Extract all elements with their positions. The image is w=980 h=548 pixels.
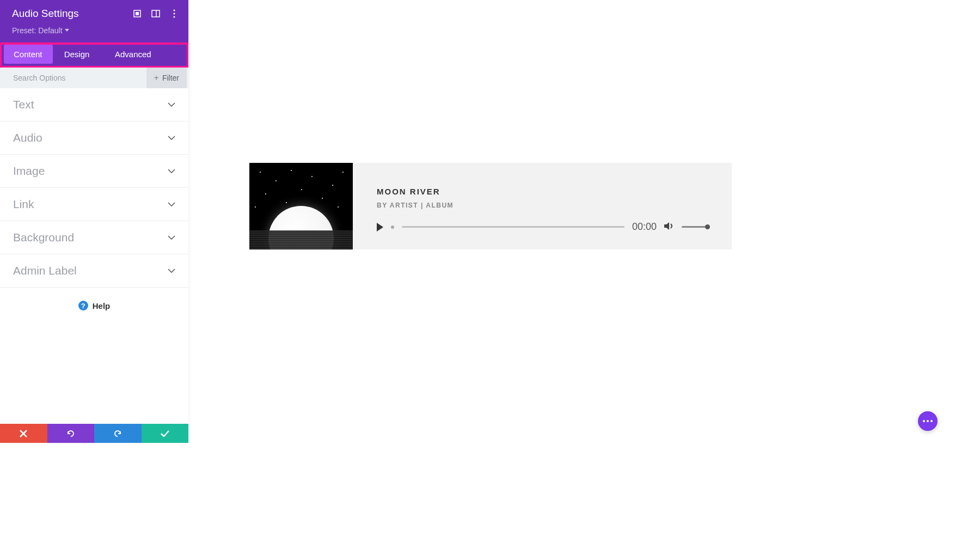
- section-image[interactable]: Image: [0, 155, 188, 188]
- tab-content[interactable]: Content: [4, 45, 53, 64]
- track-info: MOON RIVER BY ARTIST | ALBUM 00:00: [353, 163, 732, 249]
- play-button[interactable]: [377, 223, 383, 232]
- volume-knob[interactable]: [705, 224, 710, 229]
- cancel-button[interactable]: [0, 424, 47, 443]
- preset-label: Preset: Default: [12, 26, 63, 35]
- sidebar-header: Audio Settings: [0, 0, 188, 26]
- svg-point-4: [174, 10, 175, 11]
- footer-actions: [0, 424, 188, 443]
- check-icon: [161, 430, 169, 437]
- progress-bar[interactable]: [402, 226, 624, 228]
- svg-rect-1: [136, 12, 139, 15]
- responsive-icon[interactable]: [133, 9, 142, 18]
- dots-icon: [923, 420, 933, 422]
- save-button[interactable]: [142, 424, 189, 443]
- section-admin-label[interactable]: Admin Label: [0, 254, 188, 288]
- track-title: MOON RIVER: [377, 187, 708, 196]
- plus-icon: +: [154, 73, 159, 83]
- help-label: Help: [93, 301, 111, 310]
- section-audio[interactable]: Audio: [0, 121, 188, 155]
- section-background[interactable]: Background: [0, 221, 188, 254]
- help-icon: ?: [78, 301, 88, 310]
- undo-button[interactable]: [47, 424, 95, 443]
- preset-selector[interactable]: Preset: Default: [0, 26, 188, 42]
- chevron-down-icon: [168, 267, 175, 275]
- chevron-down-icon: [168, 200, 175, 208]
- redo-icon: [113, 429, 122, 438]
- section-label: Text: [13, 98, 34, 111]
- album-art: [249, 163, 353, 249]
- chevron-down-icon: [168, 101, 175, 108]
- volume-icon[interactable]: [664, 222, 674, 233]
- track-meta: BY ARTIST | ALBUM: [377, 202, 708, 209]
- volume-slider[interactable]: [682, 226, 708, 228]
- header-icons: [133, 9, 179, 18]
- svg-point-6: [174, 16, 175, 18]
- svg-point-5: [174, 13, 175, 15]
- tabs: Content Design Advanced: [0, 42, 188, 68]
- help-link[interactable]: ? Help: [0, 288, 188, 324]
- tab-advanced[interactable]: Advanced: [101, 45, 162, 64]
- section-label: Background: [13, 231, 74, 244]
- settings-sidebar: Audio Settings Preset: Default Content D…: [0, 0, 188, 443]
- chevron-down-icon: [168, 234, 175, 241]
- section-text[interactable]: Text: [0, 88, 188, 121]
- section-label: Image: [13, 165, 45, 178]
- more-icon[interactable]: [170, 9, 179, 18]
- svg-rect-2: [152, 10, 160, 17]
- filter-label: Filter: [162, 74, 179, 82]
- caret-down-icon: [65, 29, 69, 32]
- chevron-down-icon: [168, 134, 175, 142]
- panel-icon[interactable]: [151, 9, 160, 18]
- water-graphic: [249, 230, 353, 249]
- audio-player-preview: MOON RIVER BY ARTIST | ALBUM 00:00: [249, 163, 732, 249]
- tab-design[interactable]: Design: [53, 45, 101, 64]
- floating-menu-button[interactable]: [918, 411, 938, 431]
- filter-button[interactable]: + Filter: [146, 68, 187, 88]
- section-label: Audio: [13, 131, 42, 144]
- player-controls: 00:00: [377, 221, 708, 233]
- section-link[interactable]: Link: [0, 188, 188, 221]
- search-input[interactable]: [0, 68, 146, 88]
- search-row: + Filter: [0, 68, 188, 88]
- section-label: Link: [13, 198, 34, 211]
- chevron-down-icon: [168, 167, 175, 175]
- sidebar-title: Audio Settings: [12, 8, 79, 20]
- section-label: Admin Label: [13, 264, 77, 277]
- redo-button[interactable]: [94, 424, 142, 443]
- progress-knob[interactable]: [391, 226, 394, 229]
- time-label: 00:00: [632, 221, 657, 233]
- undo-icon: [66, 429, 75, 438]
- close-icon: [20, 430, 27, 437]
